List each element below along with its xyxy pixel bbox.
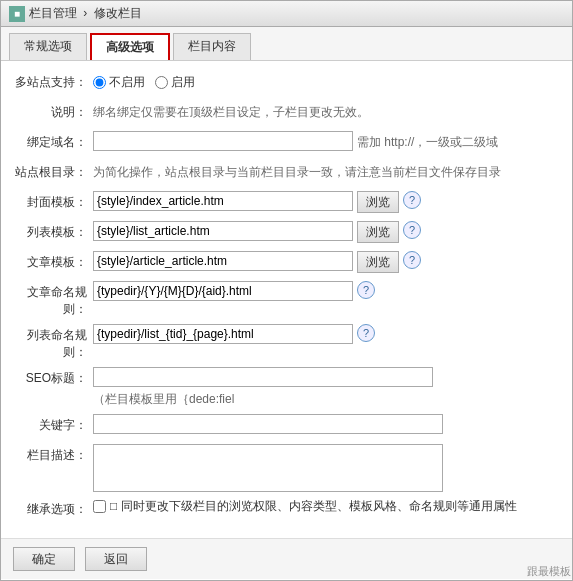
desc-content	[93, 444, 560, 492]
multisite-label: 多站点支持：	[13, 71, 93, 91]
tab-content[interactable]: 栏目内容	[173, 33, 251, 60]
list-rule-help-icon[interactable]: ?	[357, 324, 375, 342]
main-window: ■ 栏目管理 › 修改栏目 常规选项 高级选项 栏目内容 多站点支持：	[0, 0, 573, 581]
domain-input[interactable]	[93, 131, 353, 151]
cover-input[interactable]	[93, 191, 353, 211]
cover-browse-button[interactable]: 浏览	[357, 191, 399, 213]
article-template-input[interactable]	[93, 251, 353, 271]
breadcrumb-sep: ›	[83, 6, 87, 20]
list-help-icon[interactable]: ?	[403, 221, 421, 239]
rootdir-content: 为简化操作，站点根目录与当前栏目目录一致，请注意当前栏目文件保存目录	[93, 161, 560, 181]
inherit-label: 继承选项：	[13, 498, 93, 518]
article-rule-content: ?	[93, 281, 560, 301]
rootdir-label: 站点根目录：	[13, 161, 93, 181]
bottom-buttons: 确定 返回	[1, 538, 572, 579]
inherit-option[interactable]: □ 同时更改下级栏目的浏览权限、内容类型、模板风格、命名规则等通用属性	[93, 498, 517, 515]
multisite-content: 不启用 启用	[93, 71, 560, 91]
multisite-on-radio[interactable]	[155, 76, 168, 89]
multisite-off-label[interactable]: 不启用	[93, 74, 145, 91]
cover-content: 浏览 ?	[93, 191, 560, 213]
rootdir-row: 站点根目录： 为简化操作，站点根目录与当前栏目目录一致，请注意当前栏目文件保存目…	[13, 161, 560, 185]
note-row: 说明： 绑名绑定仅需要在顶级栏目设定，子栏目更改无效。	[13, 101, 560, 125]
multisite-on-text: 启用	[171, 74, 195, 91]
keyword-input[interactable]	[93, 414, 443, 434]
list-rule-label: 列表命名规则：	[13, 324, 93, 361]
domain-hint: 需加 http://，一级或二级域	[357, 131, 560, 151]
cover-label: 封面模板：	[13, 191, 93, 211]
keyword-content	[93, 414, 560, 434]
article-rule-input[interactable]	[93, 281, 353, 301]
inherit-checkbox[interactable]	[93, 500, 106, 513]
watermark: 跟最模板	[527, 564, 571, 579]
article-help-icon[interactable]: ?	[403, 251, 421, 269]
tab-common[interactable]: 常规选项	[9, 33, 87, 60]
list-rule-row: 列表命名规则： ?	[13, 324, 560, 361]
breadcrumb-part1: 栏目管理	[29, 6, 77, 20]
note-content: 绑名绑定仅需要在顶级栏目设定，子栏目更改无效。	[93, 101, 560, 121]
article-rule-help-icon[interactable]: ?	[357, 281, 375, 299]
list-browse-button[interactable]: 浏览	[357, 221, 399, 243]
list-rule-input[interactable]	[93, 324, 353, 344]
cover-help-icon[interactable]: ?	[403, 191, 421, 209]
breadcrumb-part2: 修改栏目	[94, 6, 142, 20]
domain-row: 绑定域名： 需加 http://，一级或二级域	[13, 131, 560, 155]
note-label: 说明：	[13, 101, 93, 121]
article-rule-row: 文章命名规则： ?	[13, 281, 560, 318]
list-template-input[interactable]	[93, 221, 353, 241]
multisite-row: 多站点支持： 不启用 启用	[13, 71, 560, 95]
inherit-content: □ 同时更改下级栏目的浏览权限、内容类型、模板风格、命名规则等通用属性	[93, 498, 560, 515]
confirm-button[interactable]: 确定	[13, 547, 75, 571]
article-browse-button[interactable]: 浏览	[357, 251, 399, 273]
keyword-label: 关键字：	[13, 414, 93, 434]
multisite-off-radio[interactable]	[93, 76, 106, 89]
tab-bar: 常规选项 高级选项 栏目内容	[1, 27, 572, 61]
list-template-row: 列表模板： 浏览 ?	[13, 221, 560, 245]
seo-content: （栏目模板里用｛dede:fiel	[93, 367, 560, 408]
seo-hint: （栏目模板里用｛dede:fiel	[93, 391, 234, 408]
domain-content: 需加 http://，一级或二级域	[93, 131, 560, 151]
breadcrumb: 栏目管理 › 修改栏目	[29, 5, 142, 22]
back-button[interactable]: 返回	[85, 547, 147, 571]
window-icon: ■	[9, 6, 25, 22]
title-bar: ■ 栏目管理 › 修改栏目	[1, 1, 572, 27]
note-text: 绑名绑定仅需要在顶级栏目设定，子栏目更改无效。	[93, 101, 560, 121]
seo-input[interactable]	[93, 367, 433, 387]
list-rule-content: ?	[93, 324, 560, 344]
list-template-content: 浏览 ?	[93, 221, 560, 243]
cover-row: 封面模板： 浏览 ?	[13, 191, 560, 215]
keyword-row: 关键字：	[13, 414, 560, 438]
desc-label: 栏目描述：	[13, 444, 93, 464]
form-content: 多站点支持： 不启用 启用 说明： 绑名绑定仅需要在顶级栏目设定，子栏目更	[1, 61, 572, 538]
multisite-off-text: 不启用	[109, 74, 145, 91]
article-rule-label: 文章命名规则：	[13, 281, 93, 318]
inherit-row: 继承选项： □ 同时更改下级栏目的浏览权限、内容类型、模板风格、命名规则等通用属…	[13, 498, 560, 522]
article-template-content: 浏览 ?	[93, 251, 560, 273]
article-template-label: 文章模板：	[13, 251, 93, 271]
tab-advanced[interactable]: 高级选项	[90, 33, 170, 60]
desc-row: 栏目描述：	[13, 444, 560, 492]
seo-row: SEO标题： （栏目模板里用｛dede:fiel	[13, 367, 560, 408]
domain-label: 绑定域名：	[13, 131, 93, 151]
multisite-on-label[interactable]: 启用	[155, 74, 195, 91]
multisite-radio-group: 不启用 启用	[93, 71, 195, 91]
inherit-hint: □ 同时更改下级栏目的浏览权限、内容类型、模板风格、命名规则等通用属性	[110, 498, 517, 515]
list-template-label: 列表模板：	[13, 221, 93, 241]
article-template-row: 文章模板： 浏览 ?	[13, 251, 560, 275]
seo-label: SEO标题：	[13, 367, 93, 387]
desc-textarea[interactable]	[93, 444, 443, 492]
rootdir-hint: 为简化操作，站点根目录与当前栏目目录一致，请注意当前栏目文件保存目录	[93, 161, 560, 181]
